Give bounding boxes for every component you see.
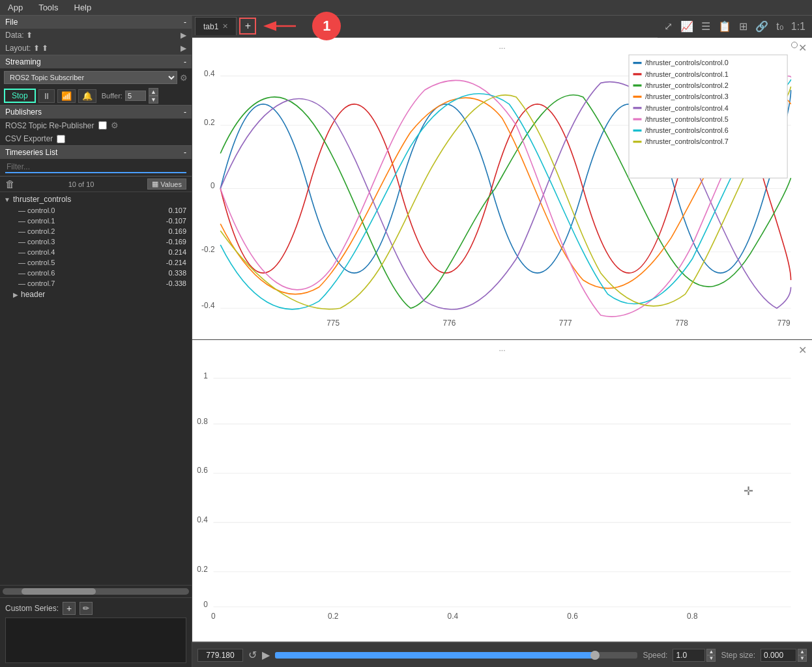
- speed-up[interactable]: ▲: [706, 649, 716, 655]
- edit-series-button[interactable]: ✏: [80, 602, 93, 615]
- svg-text:0.6: 0.6: [567, 612, 578, 621]
- list-icon[interactable]: ☰: [699, 19, 713, 34]
- streaming-label: Streaming: [5, 57, 41, 66]
- trash-icon[interactable]: 🗑: [5, 178, 15, 190]
- scrollbar-track: [3, 588, 189, 595]
- play-button[interactable]: ▶: [262, 649, 270, 661]
- add-series-button[interactable]: +: [63, 602, 76, 615]
- item-name: — control.6: [18, 269, 55, 277]
- speed-down[interactable]: ▼: [706, 655, 716, 662]
- svg-text:0: 0: [211, 612, 216, 621]
- stop-button[interactable]: Stop: [4, 89, 36, 103]
- chart2-svg: 1 0.8 0.6 0.4 0.2 0 0 0.2 0.4: [192, 340, 812, 642]
- ratio-icon[interactable]: 1:1: [789, 20, 808, 34]
- progress-fill: [275, 652, 594, 659]
- svg-rect-21: [633, 85, 642, 87]
- menu-tools[interactable]: Tools: [36, 1, 61, 14]
- publishers-label: Publishers: [5, 107, 42, 117]
- ts-group-header[interactable]: ▼ thruster_controls: [0, 193, 192, 205]
- chart-panel-2: ... ✕ ✛ 1 0.8 0.6 0.4 0.2 0: [192, 340, 812, 642]
- speed-input[interactable]: [673, 649, 705, 662]
- layout-item[interactable]: Layout: ⬆ ⬆ ▶: [0, 42, 192, 55]
- svg-rect-19: [633, 73, 642, 75]
- subscriber-gear-icon[interactable]: ⚙: [180, 73, 188, 83]
- values-button[interactable]: ▦ Values: [147, 178, 186, 190]
- grid-icon[interactable]: ⊞: [736, 19, 750, 34]
- chart-panel-1: ... ✕ 0.4 0.2 0 -0.2 -0.4: [192, 38, 812, 340]
- time-value: 779.180: [206, 651, 234, 660]
- scrollbar-thumb[interactable]: [22, 588, 96, 595]
- move-icon[interactable]: ⤢: [661, 19, 675, 34]
- svg-text:0.6: 0.6: [197, 466, 208, 475]
- item-value: -0.214: [166, 259, 186, 266]
- custom-series-header: Custom Series: + ✏: [5, 602, 186, 615]
- link-icon[interactable]: 🔗: [753, 19, 771, 34]
- time-display: 779.180: [197, 649, 243, 662]
- publishers-section: Publishers - ROS2 Topic Re-Publisher ⚙ C…: [0, 106, 192, 146]
- item-name: — control.1: [18, 217, 55, 225]
- svg-text:0: 0: [203, 600, 208, 609]
- tab-close-icon[interactable]: ✕: [222, 22, 228, 31]
- header-collapsed[interactable]: ▶ header: [0, 289, 192, 300]
- values-label: Values: [160, 180, 182, 188]
- sidebar: File - Data: ⬆ ▶ Layout: ⬆ ⬆ ▶ Streaming…: [0, 16, 192, 667]
- svg-rect-23: [633, 96, 642, 98]
- pause-button[interactable]: ⏸: [38, 89, 55, 103]
- repub-checkbox[interactable]: [98, 121, 107, 130]
- add-tab-button[interactable]: +: [239, 18, 256, 35]
- tab-tab1[interactable]: tab1 ✕: [195, 17, 237, 35]
- menu-app[interactable]: App: [5, 1, 25, 14]
- main-content: tab1 ✕ +: [192, 16, 812, 667]
- t0-icon[interactable]: t₀: [774, 19, 785, 34]
- menu-help[interactable]: Help: [72, 1, 94, 14]
- signal-button[interactable]: 📶: [57, 89, 76, 103]
- charts-container: ... ✕ 0.4 0.2 0 -0.2 -0.4: [192, 38, 812, 642]
- bell-button[interactable]: 🔔: [78, 89, 96, 103]
- clipboard-icon[interactable]: 📋: [716, 19, 734, 34]
- chart1-dots[interactable]: ...: [499, 42, 505, 51]
- svg-rect-27: [633, 118, 642, 120]
- list-item: — control.6 0.338: [0, 268, 192, 278]
- list-item: — control.7 -0.338: [0, 278, 192, 289]
- tab-bar: tab1 ✕ +: [192, 16, 343, 38]
- svg-text:/thruster_controls/control.4: /thruster_controls/control.4: [645, 104, 729, 112]
- layout: File - Data: ⬆ ▶ Layout: ⬆ ⬆ ▶ Streaming…: [0, 16, 812, 667]
- repub-gear-icon[interactable]: ⚙: [111, 121, 119, 130]
- data-item[interactable]: Data: ⬆ ▶: [0, 29, 192, 42]
- item-name: — control.7: [18, 279, 55, 287]
- chart2-close-button[interactable]: ✕: [798, 344, 807, 356]
- svg-text:0.2: 0.2: [204, 118, 215, 127]
- streaming-header: Streaming -: [0, 55, 192, 68]
- filter-input[interactable]: [5, 162, 186, 173]
- step-size-input[interactable]: [761, 649, 796, 662]
- svg-text:0.4: 0.4: [197, 515, 208, 524]
- svg-text:0.8: 0.8: [687, 612, 698, 621]
- chart2-dots[interactable]: ...: [499, 344, 505, 353]
- list-item: — control.4 0.214: [0, 247, 192, 257]
- svg-text:/thruster_controls/control.5: /thruster_controls/control.5: [645, 115, 729, 123]
- chart1-indicator: [791, 42, 798, 48]
- subscriber-select[interactable]: ROS2 Topic Subscriber: [4, 71, 177, 84]
- csv-checkbox[interactable]: [57, 135, 65, 143]
- step-down[interactable]: ▼: [798, 655, 807, 662]
- svg-text:0.4: 0.4: [448, 612, 459, 621]
- step-up[interactable]: ▲: [798, 649, 807, 655]
- item-value: -0.338: [166, 279, 186, 287]
- subscriber-row: ROS2 Topic Subscriber ⚙: [0, 68, 192, 87]
- chart1-close-button[interactable]: ✕: [798, 42, 807, 54]
- buffer-up[interactable]: ▲: [149, 88, 158, 96]
- chart-icon[interactable]: 📈: [678, 19, 696, 34]
- progress-thumb[interactable]: [590, 651, 600, 660]
- progress-bar[interactable]: [275, 652, 637, 659]
- item-value: 0.214: [168, 248, 186, 256]
- svg-text:0.2: 0.2: [328, 612, 339, 621]
- timeseries-dash: -: [184, 148, 186, 157]
- list-item: — control.2 0.169: [0, 226, 192, 236]
- buffer-input[interactable]: [125, 91, 146, 101]
- loop-button[interactable]: ↺: [248, 649, 257, 661]
- svg-text:0.2: 0.2: [197, 565, 208, 574]
- svg-text:777: 777: [559, 319, 572, 328]
- speed-label: Speed:: [643, 651, 667, 660]
- sidebar-scrollbar[interactable]: [0, 585, 192, 597]
- buffer-down[interactable]: ▼: [149, 96, 158, 104]
